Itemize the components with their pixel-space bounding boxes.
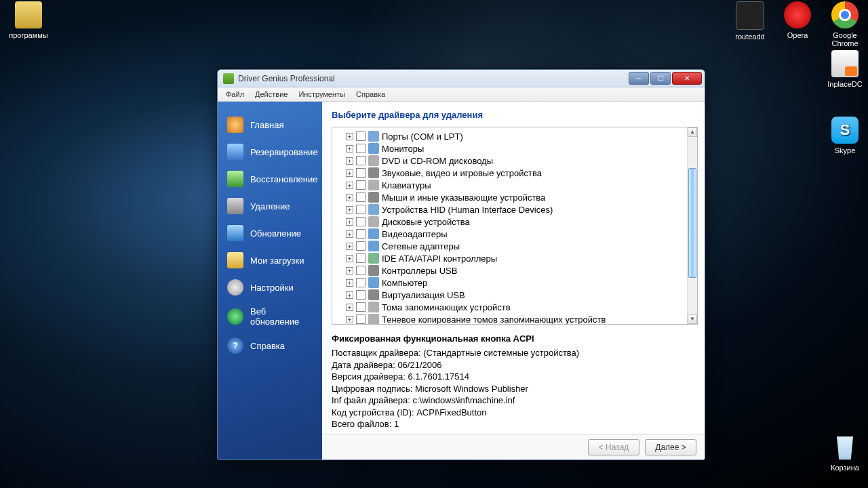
expand-icon[interactable]: +: [346, 267, 353, 274]
checkbox[interactable]: [356, 131, 366, 141]
menu-tools[interactable]: Инструменты: [293, 89, 351, 100]
desktop-icon-programs[interactable]: программы: [7, 1, 50, 39]
next-button[interactable]: Далее >: [645, 439, 696, 455]
expand-icon[interactable]: +: [346, 157, 353, 165]
checkbox[interactable]: [356, 241, 366, 251]
checkbox[interactable]: [356, 229, 366, 239]
checkbox[interactable]: [356, 217, 366, 226]
desktop-icon-routeadd[interactable]: routeadd: [728, 1, 772, 41]
menu-help[interactable]: Справка: [351, 89, 391, 100]
checkbox[interactable]: [356, 168, 366, 178]
tree-label: Теневое копирование томов запоминающих у…: [382, 314, 606, 324]
sidebar-item-backup[interactable]: Резервирование: [218, 138, 322, 165]
tree-row[interactable]: +IDE ATA/ATAPI контроллеры: [346, 252, 688, 264]
icon-label: Skype: [823, 146, 867, 155]
device-category-icon: [368, 131, 379, 142]
checkbox[interactable]: [356, 180, 366, 190]
titlebar[interactable]: Driver Genius Professional ─ ☐ ✕: [218, 70, 705, 87]
menu-file[interactable]: Файл: [220, 89, 250, 100]
restore-icon: [227, 171, 243, 187]
expand-icon[interactable]: +: [346, 291, 353, 299]
close-button[interactable]: ✕: [672, 72, 702, 85]
desktop-icon-recycle[interactable]: Корзина: [823, 434, 867, 472]
scrollbar-vertical[interactable]: ▲ ▼: [687, 127, 697, 324]
expand-icon[interactable]: +: [346, 145, 353, 152]
checkbox[interactable]: [356, 205, 366, 214]
expand-icon[interactable]: +: [346, 133, 353, 140]
tree-row[interactable]: +Виртуализация USB: [346, 289, 688, 301]
sidebar-item-update[interactable]: Обновление: [218, 220, 322, 247]
app-icon: [831, 50, 859, 77]
tree-row[interactable]: +Контроллеры USB: [346, 264, 688, 277]
tree-row[interactable]: +Звуковые, видео и игровые устройства: [346, 167, 688, 179]
tree-viewport: +Порты (COM и LPT)+Мониторы+DVD и CD-ROM…: [332, 127, 688, 324]
checkbox[interactable]: [356, 144, 366, 153]
expand-icon[interactable]: +: [346, 230, 353, 238]
menu-action[interactable]: Действие: [250, 89, 293, 100]
expand-icon[interactable]: +: [346, 243, 353, 250]
scroll-up-button[interactable]: ▲: [688, 127, 697, 137]
tree-row[interactable]: +Дисковые устройства: [346, 216, 688, 228]
tree-row[interactable]: +Теневое копирование томов запоминающих …: [346, 313, 688, 324]
expand-icon[interactable]: +: [346, 316, 353, 323]
sidebar-item-liveupdate[interactable]: Веб обновление: [218, 301, 322, 332]
expand-icon[interactable]: +: [346, 194, 353, 201]
device-category-icon: [368, 228, 379, 239]
sidebar-item-label: Восстановление: [250, 174, 317, 184]
device-category-icon: [368, 192, 379, 203]
device-category-icon: [368, 204, 379, 215]
sidebar-item-label: Удаление: [250, 201, 290, 211]
scroll-thumb[interactable]: [688, 168, 696, 278]
maximize-button[interactable]: ☐: [650, 72, 671, 85]
sidebar-item-uninstall[interactable]: Удаление: [218, 192, 322, 220]
minimize-button[interactable]: ─: [629, 72, 649, 85]
desktop-icon-inplacedc[interactable]: InplaceDC: [823, 50, 867, 88]
tree-label: Контроллеры USB: [382, 266, 457, 276]
expand-icon[interactable]: +: [346, 218, 353, 226]
sidebar-item-label: Веб обновление: [250, 306, 314, 327]
sidebar-item-settings[interactable]: Настройки: [218, 274, 322, 301]
device-category-icon: [368, 216, 379, 227]
tree-row[interactable]: +DVD и CD-ROM дисководы: [346, 155, 688, 167]
device-category-icon: [368, 265, 379, 276]
tree-row[interactable]: +Клавиатуры: [346, 179, 688, 191]
sidebar-item-label: Обновление: [250, 228, 301, 239]
checkbox[interactable]: [356, 290, 366, 300]
tree-row[interactable]: +Тома запоминающих устройств: [346, 301, 688, 313]
back-button[interactable]: < Назад: [588, 439, 639, 455]
tree-row[interactable]: +Видеоадаптеры: [346, 228, 688, 240]
sidebar-item-help[interactable]: ?Справка: [218, 332, 322, 359]
checkbox[interactable]: [356, 192, 366, 202]
tree-row[interactable]: +Компьютер: [346, 277, 688, 289]
globe-icon: [227, 308, 243, 325]
tree-row[interactable]: +Устройства HID (Human Interface Devices…: [346, 203, 688, 216]
tree-row[interactable]: +Порты (COM и LPT): [346, 130, 688, 142]
tree-label: Дисковые устройства: [382, 217, 470, 227]
expand-icon[interactable]: +: [346, 279, 353, 287]
expand-icon[interactable]: +: [346, 169, 353, 177]
desktop-icon-skype[interactable]: S Skype: [823, 117, 867, 155]
sidebar-item-restore[interactable]: Восстановление: [218, 165, 322, 192]
content-pane: Выберите драйвера для удаления +Порты (C…: [322, 102, 705, 460]
checkbox[interactable]: [356, 266, 366, 275]
desktop-icon-opera[interactable]: Opera: [776, 1, 819, 39]
details-line: Версия драйвера: 6.1.7601.17514: [332, 371, 695, 383]
tree-row[interactable]: +Сетевые адаптеры: [346, 240, 688, 252]
checkbox[interactable]: [356, 314, 366, 324]
expand-icon[interactable]: +: [346, 255, 353, 262]
expand-icon[interactable]: +: [346, 182, 353, 189]
sidebar-item-home[interactable]: Главная: [218, 111, 322, 138]
checkbox[interactable]: [356, 253, 366, 263]
checkbox[interactable]: [356, 278, 366, 287]
expand-icon[interactable]: +: [346, 206, 353, 214]
checkbox[interactable]: [356, 156, 366, 165]
tree-row[interactable]: +Мыши и иные указывающие устройства: [346, 191, 688, 203]
icon-label: Корзина: [823, 464, 867, 472]
tree-row[interactable]: +Мониторы: [346, 142, 688, 155]
checkbox[interactable]: [356, 302, 366, 312]
backup-icon: [227, 144, 243, 160]
expand-icon[interactable]: +: [346, 304, 353, 311]
desktop-icon-chrome[interactable]: Google Chrome: [823, 1, 867, 47]
sidebar-item-downloads[interactable]: Мои загрузки: [218, 247, 322, 274]
scroll-down-button[interactable]: ▼: [688, 314, 697, 324]
